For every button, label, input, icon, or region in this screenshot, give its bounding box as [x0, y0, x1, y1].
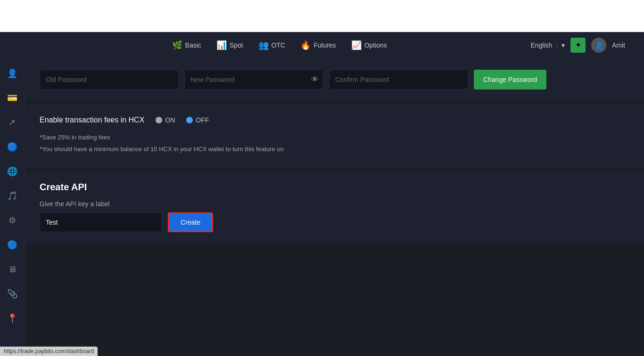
- chevron-down-icon: ▾: [561, 41, 565, 49]
- hcx-section: Enable transaction fees in HCX ON OFF *S…: [25, 105, 644, 170]
- sidebar-user-icon[interactable]: 👤: [5, 66, 20, 81]
- star-icon: ✦: [575, 40, 581, 49]
- radio-group: ON OFF: [156, 116, 209, 124]
- language-selector[interactable]: English | ▾: [530, 41, 565, 49]
- nav-otc[interactable]: 👥 OTC: [258, 40, 286, 50]
- content-area: 👁 Change Password Enable transaction fee…: [25, 58, 644, 356]
- radio-off-label: OFF: [196, 116, 209, 124]
- old-password-input[interactable]: [40, 70, 179, 89]
- star-button[interactable]: ✦: [570, 38, 586, 53]
- nav-right: English | ▾ ✦ 👤 Amit: [530, 38, 625, 53]
- nav-otc-label: OTC: [272, 41, 286, 49]
- radio-off-dot: [186, 117, 193, 123]
- hcx-info-2: *You should have a minimum balance of 10…: [40, 146, 629, 153]
- sidebar-wallet-icon[interactable]: 🔵: [5, 139, 20, 154]
- sidebar-clip-icon[interactable]: 📎: [5, 286, 20, 301]
- username-label: Amit: [612, 41, 625, 49]
- radio-on-dot: [156, 117, 162, 123]
- hcx-title-text: Enable transaction fees in HCX: [40, 116, 144, 124]
- nav-basic[interactable]: 🌿 Basic: [172, 40, 201, 50]
- sidebar-settings-icon[interactable]: ⚙: [5, 213, 20, 228]
- api-title: Create API: [40, 182, 629, 193]
- spot-icon: 📊: [216, 40, 227, 50]
- sidebar-chart-icon[interactable]: 🔵: [5, 237, 20, 252]
- nav-futures[interactable]: 🔥 Futures: [300, 40, 336, 50]
- confirm-password-input[interactable]: [329, 70, 468, 89]
- top-white-bar: [0, 0, 644, 32]
- futures-icon: 🔥: [300, 40, 311, 50]
- create-api-button[interactable]: Create: [168, 212, 213, 232]
- basic-icon: 🌿: [172, 40, 182, 50]
- url-bar: https://trade.paybito.com/dashboard: [0, 347, 98, 356]
- eye-icon[interactable]: 👁: [311, 75, 319, 84]
- new-password-wrapper: 👁: [184, 70, 323, 89]
- navbar: 🌿 Basic 📊 Spot 👥 OTC 🔥 Futures 📈 Options…: [0, 32, 644, 58]
- hcx-info-1: *Save 25% in trading fees: [40, 134, 629, 141]
- language-label: English: [530, 41, 552, 49]
- avatar-icon: 👤: [595, 41, 603, 49]
- radio-on-label: ON: [165, 116, 175, 124]
- avatar: 👤: [591, 38, 606, 53]
- api-row: Create: [40, 212, 629, 232]
- nav-links: 🌿 Basic 📊 Spot 👥 OTC 🔥 Futures 📈 Options: [28, 40, 530, 50]
- lang-divider: |: [556, 41, 558, 49]
- nav-spot[interactable]: 📊 Spot: [216, 40, 243, 50]
- sidebar-monitor-icon[interactable]: 🖥: [5, 262, 20, 277]
- api-label: Give the API key a label: [40, 200, 629, 208]
- options-icon: 📈: [351, 40, 362, 50]
- sidebar: 👤 💳 ↗ 🔵 🌐 🎵 ⚙ 🔵 🖥 📎 📍: [0, 58, 25, 356]
- sidebar-globe-icon[interactable]: 🌐: [5, 164, 20, 179]
- api-section: Create API Give the API key a label Crea…: [25, 170, 644, 243]
- api-key-input[interactable]: [40, 212, 162, 232]
- nav-basic-label: Basic: [185, 41, 201, 49]
- new-password-input[interactable]: [184, 70, 323, 89]
- radio-on[interactable]: ON: [156, 116, 175, 124]
- change-password-button[interactable]: Change Password: [474, 70, 546, 89]
- sidebar-card-icon[interactable]: 💳: [5, 90, 20, 105]
- main-layout: 👤 💳 ↗ 🔵 🌐 🎵 ⚙ 🔵 🖥 📎 📍 👁 Change Password: [0, 58, 644, 356]
- sidebar-music-icon[interactable]: 🎵: [5, 188, 20, 203]
- sidebar-transfer-icon[interactable]: ↗: [5, 115, 20, 130]
- radio-off[interactable]: OFF: [186, 116, 209, 124]
- otc-icon: 👥: [258, 40, 269, 50]
- nav-spot-label: Spot: [230, 41, 243, 49]
- password-section: 👁 Change Password: [25, 58, 644, 103]
- hcx-title: Enable transaction fees in HCX ON OFF: [40, 116, 629, 124]
- nav-options[interactable]: 📈 Options: [351, 40, 387, 50]
- nav-options-label: Options: [364, 41, 387, 49]
- password-fields: 👁 Change Password: [40, 70, 629, 89]
- sidebar-pin-icon[interactable]: 📍: [5, 311, 20, 326]
- nav-futures-label: Futures: [314, 41, 336, 49]
